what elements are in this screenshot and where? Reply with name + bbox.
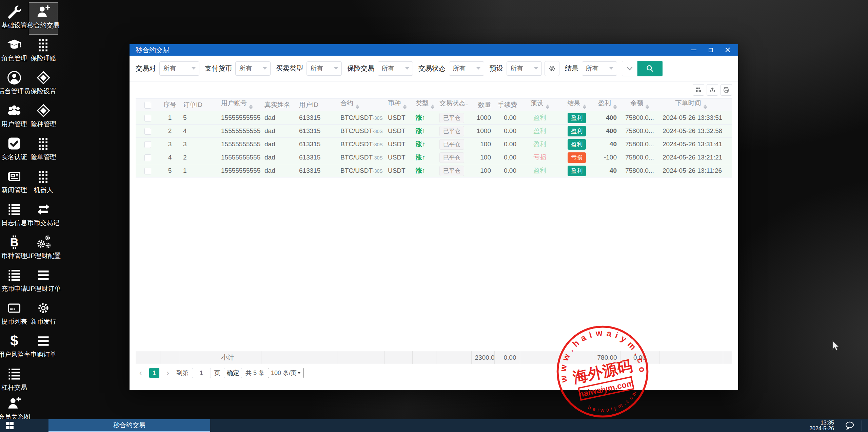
maximize-button[interactable] (702, 44, 719, 56)
more-filters-button[interactable] (622, 61, 637, 76)
desktop-icon-risk-types[interactable]: 险种管理 (29, 101, 58, 133)
row-checkbox[interactable] (144, 128, 151, 135)
desktop-icon-role-management[interactable]: 角色管理 (0, 36, 28, 67)
row-checkbox[interactable] (144, 168, 151, 174)
next-page-button[interactable]: › (163, 368, 173, 378)
desktop-icon-label: 保险设置 (31, 87, 56, 96)
preset-settings-button[interactable] (545, 61, 559, 76)
confirm-button[interactable]: 确定 (224, 368, 242, 378)
sort-icon[interactable] (613, 103, 617, 111)
print-button[interactable] (721, 84, 732, 96)
table-row[interactable]: 3 3 15555555555 dad 613315 BTC/USDT-30S … (136, 138, 732, 151)
desktop-icon-coins[interactable]: B 币种管理 (0, 233, 28, 265)
status-badge: 已平仓 (439, 139, 464, 150)
sort-icon[interactable] (583, 103, 586, 111)
desktop-icon-kyc[interactable]: 实名认证 (0, 134, 28, 166)
preset-select[interactable]: 所有 (507, 61, 542, 76)
col-header-preset[interactable]: 预设 (520, 99, 560, 111)
desktop-icon-policy-management[interactable]: 险单管理 (29, 134, 58, 166)
page-1-button[interactable]: 1 (149, 368, 159, 378)
select-value: 所有 (510, 64, 523, 73)
sort-icon[interactable] (704, 103, 707, 111)
row-checkbox[interactable] (144, 141, 151, 148)
desktop-icon-basic-settings[interactable]: 基础设置 (0, 3, 28, 34)
sort-icon[interactable] (546, 103, 549, 111)
desktop-icon-up-finance-orders[interactable]: UP理财订单 (29, 266, 58, 298)
desktop-icon-logs[interactable]: 日志信息 (0, 200, 28, 232)
desktop-icon-second-contract[interactable]: 秒合约交易 (29, 3, 58, 34)
maximize-icon (709, 48, 713, 52)
desktop-icon-leverage[interactable]: 杠杆交易 (0, 365, 28, 396)
filter-bar: 交易对 所有 支付货币 所有 买卖类型 所有 保险交易 所有 交易状态 所有 预… (130, 56, 738, 81)
desktop-icon-deposit[interactable]: 充币申请 (0, 266, 28, 298)
preset-label: 盈利 (533, 167, 546, 174)
taskbar-clock[interactable]: 13:35 2024-5-26 (809, 419, 834, 432)
table-toolbar (136, 81, 732, 98)
sort-icon[interactable] (403, 103, 407, 111)
desktop-icon-news[interactable]: 新闻管理 (0, 167, 28, 199)
grid-icon (36, 136, 51, 151)
col-header-order-time[interactable]: 下单时间 (659, 99, 723, 111)
table-row[interactable]: 5 1 15555555555 dad 613315 BTC/USDT-30S … (136, 164, 732, 177)
preset-label: 亏损 (533, 154, 546, 161)
desktop-icon-subscription-orders[interactable]: 申购订单 (29, 332, 58, 363)
select-all-checkbox[interactable] (144, 102, 151, 109)
desktop-icon-coin-trade-log[interactable]: 币币交易记 (29, 200, 58, 232)
table-row[interactable]: 2 4 15555555555 dad 613315 BTC/USDT-30S … (136, 125, 732, 138)
close-button[interactable] (719, 44, 736, 56)
col-header-balance[interactable]: 余额 (620, 99, 659, 111)
select-value: 所有 (453, 64, 466, 73)
taskbar-app-label: 秒合约交易 (113, 421, 145, 430)
start-button[interactable] (0, 419, 20, 432)
row-checkbox[interactable] (144, 115, 151, 121)
minimize-button[interactable] (685, 44, 702, 56)
page-size-select[interactable]: 100 条/页 (268, 368, 304, 378)
desktop-icon-insurance-claims[interactable]: 保险理赔 (29, 36, 58, 67)
desktop-icon-new-coin-issue[interactable]: 新币发行 (29, 299, 58, 331)
pay-currency-select[interactable]: 所有 (235, 61, 271, 76)
desktop-icon-robot[interactable]: 机器人 (29, 167, 58, 199)
desktop-icon-withdraw[interactable]: 提币列表 (0, 299, 28, 331)
notifications-button[interactable] (845, 421, 854, 432)
show-desktop-strip[interactable] (862, 420, 862, 431)
sort-icon[interactable] (249, 103, 253, 111)
col-header-account[interactable]: 用户账号 (218, 99, 261, 111)
sort-icon[interactable] (356, 103, 359, 111)
sort-icon[interactable] (431, 103, 434, 111)
col-header-result[interactable]: 结果 (560, 99, 594, 111)
desktop-icon-label: 充币申请 (1, 284, 27, 293)
result-select[interactable]: 所有 (582, 61, 617, 76)
window-titlebar[interactable]: 秒合约交易 (130, 44, 738, 56)
col-header-coin[interactable]: 币种 (384, 99, 412, 111)
desktop-icon-insurance-settings[interactable]: 保险设置 (29, 69, 58, 100)
trade-type-select[interactable]: 所有 (307, 61, 342, 76)
columns-button[interactable] (693, 84, 704, 96)
trade-status-select[interactable]: 所有 (449, 61, 484, 76)
col-header-type[interactable]: 类型 (412, 99, 436, 111)
pair-select[interactable]: 所有 (159, 61, 199, 76)
app-window: 秒合约交易 交易对 所有 支付货币 所有 买卖类型 所有 保险交易 所 (130, 44, 738, 390)
table-row[interactable]: 4 2 15555555555 dad 613315 BTC/USDT-30S … (136, 151, 732, 164)
row-checkbox[interactable] (144, 154, 151, 161)
taskbar-app-second-contract[interactable]: 秒合约交易 (48, 419, 210, 432)
search-button[interactable] (637, 61, 663, 76)
desktop-icon-user-management[interactable]: 用户管理 (0, 101, 28, 133)
users-icon (7, 103, 22, 118)
user-add-icon (36, 4, 51, 19)
filter-pay-currency: 支付货币 所有 (205, 61, 271, 76)
insurance-select[interactable]: 所有 (378, 61, 413, 76)
page-jump-input[interactable]: 1 (192, 368, 211, 378)
export-button[interactable] (707, 84, 718, 96)
desktop-icon-label: UP理财配置 (26, 251, 61, 260)
desktop-icon-admin[interactable]: 后台管理员 (0, 69, 28, 100)
bars-icon (36, 268, 51, 283)
summary-amount: 2300.00 (471, 351, 494, 364)
col-header-contract[interactable]: 合约 (337, 99, 384, 111)
col-header-profit[interactable]: 盈利 (594, 99, 620, 111)
col-header-status[interactable]: 交易状态.. (436, 99, 471, 111)
sort-icon[interactable] (646, 103, 649, 111)
desktop-icon-risk-rate[interactable]: $ 用户风险率 (0, 332, 28, 363)
table-row[interactable]: 1 5 15555555555 dad 613315 BTC/USDT-30S … (136, 111, 732, 125)
desktop-icon-up-finance-config[interactable]: UP理财配置 (29, 233, 58, 265)
prev-page-button[interactable]: ‹ (136, 368, 146, 378)
